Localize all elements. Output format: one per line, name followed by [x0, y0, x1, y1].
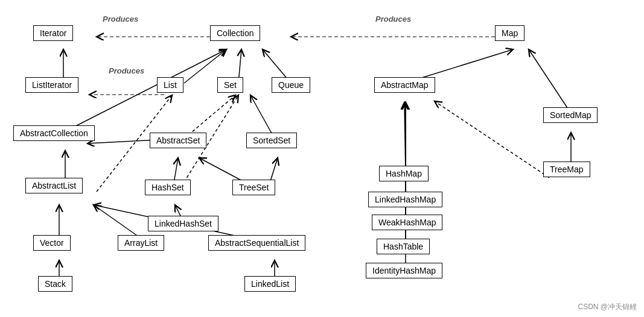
produces-label-3: Produces	[109, 66, 144, 75]
node-sortedmap: SortedMap	[543, 107, 598, 123]
node-stack: Stack	[38, 276, 72, 292]
node-linkedlist: LinkedList	[244, 276, 296, 292]
node-abstractsequentiallist: AbstractSequentialList	[208, 235, 305, 251]
node-sortedset: SortedSet	[246, 133, 297, 148]
node-linkedhashset: LinkedHashSet	[148, 216, 218, 231]
node-identityhashmap: IdentityHashMap	[366, 263, 442, 278]
node-list: List	[157, 77, 183, 93]
watermark: CSDN @冲天锦鲤	[578, 302, 637, 312]
diagram-container: Iterator Collection Map ListIterator Lis…	[0, 0, 644, 317]
node-abstractset: AbstractSet	[150, 133, 206, 148]
node-hashmap: HashMap	[379, 166, 429, 181]
produces-label-2: Produces	[375, 14, 411, 24]
node-iterator: Iterator	[33, 25, 73, 41]
svg-line-31	[435, 101, 549, 178]
svg-line-29	[529, 49, 571, 113]
node-abstractmap: AbstractMap	[374, 77, 435, 93]
node-vector: Vector	[33, 235, 71, 251]
node-abstractcollection: AbstractCollection	[13, 125, 95, 141]
node-set: Set	[217, 77, 243, 93]
node-queue: Queue	[272, 77, 310, 93]
node-treemap: TreeMap	[543, 162, 590, 177]
node-treeset: TreeSet	[232, 180, 275, 195]
node-listiterator: ListIterator	[25, 77, 78, 93]
node-hashset: HashSet	[145, 180, 191, 195]
node-arraylist: ArrayList	[118, 235, 164, 251]
node-collection: Collection	[210, 25, 260, 41]
arrows-svg	[0, 0, 644, 317]
node-linkedhashmap: LinkedHashMap	[368, 192, 442, 207]
produces-label-1: Produces	[103, 14, 138, 24]
node-weakhashmap: WeakHashMap	[372, 215, 442, 230]
node-abstractlist: AbstractList	[25, 178, 83, 193]
node-map: Map	[495, 25, 524, 41]
node-hashtable: HashTable	[377, 239, 430, 254]
svg-line-7	[65, 49, 226, 131]
